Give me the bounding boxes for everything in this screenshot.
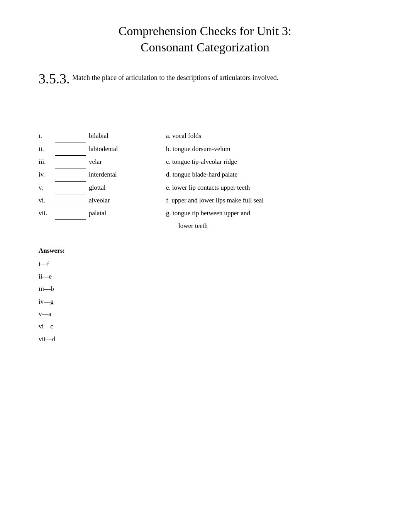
matching-table: i. bilabiala. vocal foldsii. labiodental… (39, 130, 371, 232)
match-row: vii. palatalg. tongue tip between upper … (39, 207, 371, 220)
match-term: bilabial (89, 130, 166, 142)
match-blank (55, 168, 86, 181)
match-numeral: vi. (39, 194, 55, 207)
answer-item: ii—e (39, 270, 371, 283)
match-row: iv. interdentald. tongue blade-hard pala… (39, 168, 371, 181)
match-row: v. glottale. lower lip contacts upper te… (39, 182, 371, 194)
match-numeral: iv. (39, 168, 55, 181)
section-instruction: Match the place of articulation to the d… (72, 73, 278, 83)
match-term: palatal (89, 207, 166, 219)
match-blank (55, 182, 86, 194)
answer-item: iv—g (39, 296, 371, 308)
match-term: glottal (89, 182, 166, 194)
match-row: i. bilabiala. vocal folds (39, 130, 371, 143)
match-numeral: ii. (39, 143, 55, 155)
answers-section: Answers:i—fii—eiii—biv—gv—avi—cvii—d (39, 244, 371, 345)
match-definition: a. vocal folds (166, 130, 371, 142)
answer-item: iii—b (39, 283, 371, 295)
match-term: alveolar (89, 194, 166, 207)
match-definition: c. tongue tip-alveolar ridge (166, 156, 371, 168)
match-blank (55, 207, 86, 220)
match-definition: e. lower lip contacts upper teeth (166, 182, 371, 194)
match-blank (55, 130, 86, 143)
match-numeral: vii. (39, 207, 55, 219)
answer-item: v—a (39, 308, 371, 320)
match-row: ii. labiodentalb. tongue dorsum-velum (39, 143, 371, 156)
answers-label: Answers: (39, 244, 371, 257)
match-blank (55, 194, 86, 207)
match-term: interdental (89, 168, 166, 181)
match-definition: b. tongue dorsum-velum (166, 143, 371, 155)
section-number: 3.5.3. (39, 71, 70, 87)
match-row: vi. alveolarf. upper and lower lips make… (39, 194, 371, 207)
match-numeral: i. (39, 130, 55, 142)
match-term: velar (89, 156, 166, 168)
match-definition: f. upper and lower lips make full seal (166, 194, 371, 207)
match-numeral: v. (39, 182, 55, 194)
match-definition: g. tongue tip between upper and (166, 207, 371, 219)
match-blank (55, 143, 86, 156)
section-header: 3.5.3. Match the place of articulation t… (39, 71, 371, 87)
match-numeral: iii. (39, 156, 55, 168)
match-term: labiodental (89, 143, 166, 155)
answer-item: vi—c (39, 320, 371, 333)
match-continued-line: lower teeth (39, 220, 371, 232)
match-row: iii. velarc. tongue tip-alveolar ridge (39, 156, 371, 168)
match-blank (55, 156, 86, 168)
match-definition: d. tongue blade-hard palate (166, 168, 371, 181)
answer-item: vii—d (39, 333, 371, 345)
answer-item: i—f (39, 258, 371, 270)
page-title: Comprehension Checks for Unit 3: Consona… (39, 23, 371, 55)
